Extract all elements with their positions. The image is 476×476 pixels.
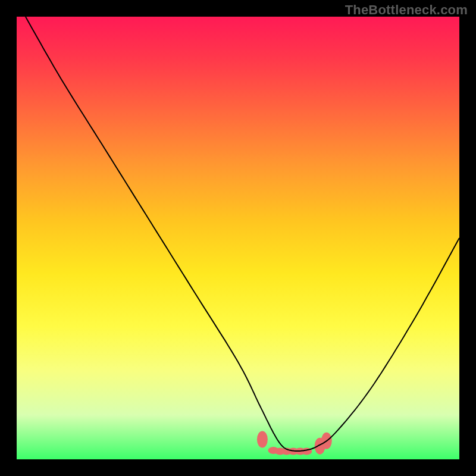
plot-area — [17, 17, 459, 459]
bottleneck-curve — [26, 17, 459, 451]
marker-dot — [257, 431, 268, 448]
watermark-text: TheBottleneck.com — [345, 2, 468, 18]
chart-svg — [17, 17, 459, 459]
